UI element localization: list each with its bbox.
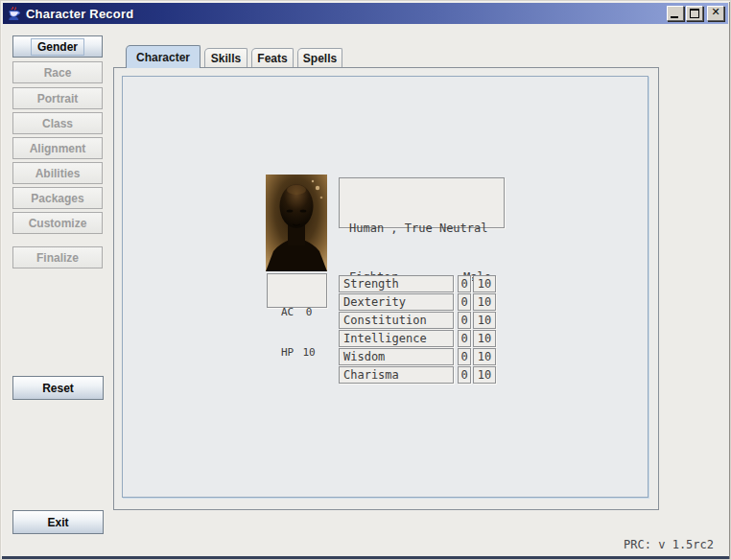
sidebar-button-finalize[interactable]: Finalize (12, 246, 103, 268)
exit-button[interactable]: Exit (12, 510, 104, 534)
close-button[interactable]: ✕ (707, 6, 724, 21)
window-title: Character Record (26, 7, 665, 21)
sidebar-button-customize[interactable]: Customize (12, 212, 103, 234)
ability-mod-wisdom: 0 (458, 348, 471, 365)
reset-button[interactable]: Reset (12, 376, 104, 400)
sidebar-button-race[interactable]: Race (12, 61, 103, 83)
prc-version-label: PRC: v 1.5rc2 (624, 538, 714, 551)
ability-score-charisma: 10 (473, 366, 496, 384)
character-summary-box: Human , True Neutral Fighter - Male (339, 177, 505, 228)
ability-name-constitution: Constitution (339, 312, 454, 329)
tab-feats[interactable]: Feats (251, 48, 294, 68)
character-portrait-image (266, 175, 327, 271)
sidebar-button-alignment[interactable]: Alignment (12, 137, 103, 159)
ability-name-wisdom: Wisdom (339, 348, 454, 365)
tab-strip: Character Skills Feats Spells (126, 45, 342, 68)
close-icon: ✕ (708, 6, 723, 18)
hp-value: 10 (300, 346, 318, 360)
ability-name-strength: Strength (339, 275, 454, 292)
sidebar-button-class[interactable]: Class (12, 112, 103, 134)
ability-mod-dexterity: 0 (458, 293, 471, 311)
ability-mod-charisma: 0 (458, 366, 471, 384)
ability-score-strength: 10 (473, 275, 496, 292)
ac-label: AC (281, 306, 300, 319)
sidebar-button-gender-label: Gender (31, 38, 84, 56)
sidebar-button-gender[interactable]: Gender (12, 35, 103, 58)
hp-label: HP (281, 346, 300, 360)
ability-score-constitution: 10 (473, 312, 496, 329)
minimize-icon (671, 16, 678, 18)
ac-hp-box: AC 0 HP 10 (267, 273, 327, 308)
sidebar-button-packages[interactable]: Packages (12, 187, 103, 209)
tab-character[interactable]: Character (126, 45, 200, 68)
ability-score-dexterity: 10 (473, 293, 496, 311)
sidebar-button-portrait[interactable]: Portrait (12, 87, 103, 109)
summary-race-alignment: Human , True Neutral (349, 221, 494, 237)
ability-name-charisma: Charisma (339, 366, 454, 384)
minimize-button[interactable] (667, 6, 684, 21)
ability-mod-intelligence: 0 (458, 330, 471, 347)
ability-score-intelligence: 10 (473, 330, 496, 347)
ability-name-dexterity: Dexterity (339, 293, 454, 311)
ability-mod-constitution: 0 (458, 312, 471, 329)
character-record-window: Character Record ✕ Gender Race Portrait … (0, 0, 731, 560)
ac-value: 0 (300, 306, 318, 319)
ability-name-intelligence: Intelligence (339, 330, 454, 347)
ability-score-wisdom: 10 (473, 348, 496, 365)
tab-skills[interactable]: Skills (204, 48, 248, 68)
sidebar-button-abilities[interactable]: Abilities (12, 162, 103, 184)
ability-mod-strength: 0 (458, 275, 471, 292)
maximize-icon (690, 9, 699, 18)
maximize-button[interactable] (686, 6, 703, 21)
title-bar: Character Record ✕ (3, 3, 728, 24)
tab-spells[interactable]: Spells (297, 48, 342, 68)
java-coffee-cup-icon (7, 7, 21, 21)
